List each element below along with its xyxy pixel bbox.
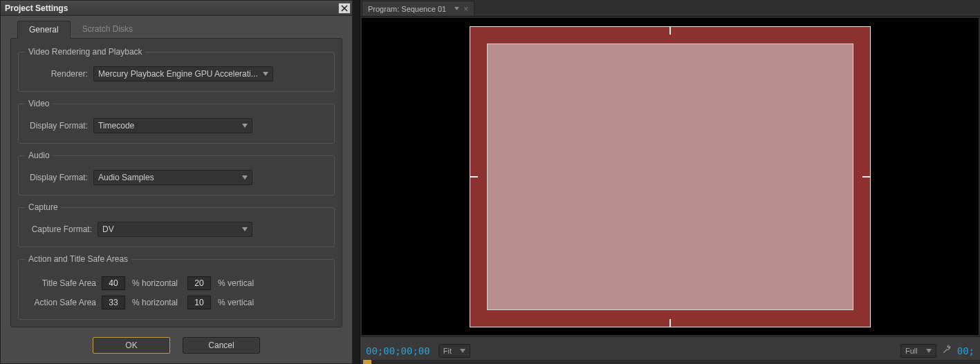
section-safe-areas: Action and Title Safe Areas Title Safe A… xyxy=(18,254,335,320)
tab-general[interactable]: General xyxy=(17,21,71,39)
playhead-marker[interactable] xyxy=(363,360,371,364)
transform-handle-top[interactable] xyxy=(669,26,671,35)
title-safe-label: Title Safe Area xyxy=(26,278,96,288)
transform-handle-bottom[interactable] xyxy=(669,319,671,327)
audio-format-dropdown[interactable]: Audio Samples xyxy=(93,170,252,185)
resolution-dropdown[interactable]: Full xyxy=(900,344,936,358)
chevron-down-icon xyxy=(926,349,932,353)
action-safe-h-input[interactable] xyxy=(102,296,125,309)
chevron-down-icon xyxy=(242,124,248,128)
ok-button[interactable]: OK xyxy=(93,337,170,354)
title-safe-v-input[interactable] xyxy=(187,276,211,290)
capture-format-value: DV xyxy=(102,224,114,234)
settings-button[interactable] xyxy=(942,345,952,356)
capture-format-label: Capture Format: xyxy=(26,224,92,234)
section-rendering: Video Rendering and Playback Renderer: M… xyxy=(18,47,335,92)
title-safe-h-input[interactable] xyxy=(102,276,125,290)
safe-area-rect xyxy=(487,44,853,310)
audio-format-label: Display Format: xyxy=(26,173,88,182)
renderer-dropdown[interactable]: Mercury Playback Engine GPU Accelerati..… xyxy=(93,66,273,82)
section-safe-legend: Action and Title Safe Areas xyxy=(26,254,131,264)
pct-horizontal-label: % horizontal xyxy=(132,298,178,307)
action-safe-label: Action Safe Area xyxy=(26,298,96,307)
program-monitor-viewport[interactable] xyxy=(362,18,979,335)
video-format-value: Timecode xyxy=(98,121,134,131)
section-audio-legend: Audio xyxy=(26,151,53,160)
chevron-down-icon xyxy=(263,72,268,76)
action-safe-v-input[interactable] xyxy=(187,296,211,309)
video-format-dropdown[interactable]: Timecode xyxy=(93,118,252,133)
dialog-titlebar[interactable]: Project Settings xyxy=(1,1,352,16)
general-panel: Video Rendering and Playback Renderer: M… xyxy=(10,38,342,327)
program-transport-bar: 00;00;00;00 Fit Full 00; xyxy=(360,336,980,364)
tab-scratch-disks[interactable]: Scratch Disks xyxy=(71,20,145,38)
program-canvas[interactable] xyxy=(470,26,871,327)
pct-vertical-label: % vertical xyxy=(218,278,254,288)
project-settings-dialog: Project Settings General Scratch Disks V… xyxy=(0,0,353,364)
section-rendering-legend: Video Rendering and Playback xyxy=(26,47,145,57)
chevron-down-icon xyxy=(454,7,459,10)
program-tab-label: Program: Sequence 01 xyxy=(368,5,446,13)
wrench-icon xyxy=(942,345,952,354)
section-capture-legend: Capture xyxy=(26,202,61,212)
dialog-body: General Scratch Disks Video Rendering an… xyxy=(1,16,352,363)
capture-format-dropdown[interactable]: DV xyxy=(98,222,252,237)
pct-vertical-label: % vertical xyxy=(218,298,254,307)
section-video-legend: Video xyxy=(26,99,52,108)
chevron-down-icon xyxy=(242,227,248,231)
cancel-button[interactable]: Cancel xyxy=(183,337,260,354)
chevron-down-icon xyxy=(460,349,465,353)
resolution-label: Full xyxy=(905,347,918,355)
dialog-title: Project Settings xyxy=(5,3,68,13)
video-format-label: Display Format: xyxy=(26,121,88,131)
program-tab[interactable]: Program: Sequence 01 × xyxy=(362,1,474,16)
chevron-down-icon xyxy=(242,175,248,180)
timecode-right[interactable]: 00; xyxy=(957,345,974,356)
zoom-fit-dropdown[interactable]: Fit xyxy=(438,344,470,358)
pct-horizontal-label: % horizontal xyxy=(132,278,178,288)
close-icon xyxy=(341,5,348,12)
renderer-label: Renderer: xyxy=(26,69,88,79)
audio-format-value: Audio Samples xyxy=(98,173,154,182)
renderer-value: Mercury Playback Engine GPU Accelerati..… xyxy=(98,69,258,79)
zoom-fit-label: Fit xyxy=(443,347,452,355)
close-button[interactable] xyxy=(338,3,351,14)
dialog-button-row: OK Cancel xyxy=(10,337,342,356)
program-tabbar: Program: Sequence 01 × xyxy=(360,0,980,17)
section-video: Video Display Format: Timecode xyxy=(18,99,335,144)
transform-handle-left[interactable] xyxy=(470,176,478,178)
section-capture: Capture Capture Format: DV xyxy=(18,202,335,247)
transform-handle-right[interactable] xyxy=(862,176,871,178)
timecode-left[interactable]: 00;00;00;00 xyxy=(366,345,430,356)
timeline-strip[interactable] xyxy=(360,360,980,364)
section-audio: Audio Display Format: Audio Samples xyxy=(18,151,335,195)
dialog-tabs: General Scratch Disks xyxy=(17,20,342,38)
tab-close-icon[interactable]: × xyxy=(463,5,468,13)
program-monitor-panel: Program: Sequence 01 × 00;00;00;00 Fit F… xyxy=(360,0,980,364)
